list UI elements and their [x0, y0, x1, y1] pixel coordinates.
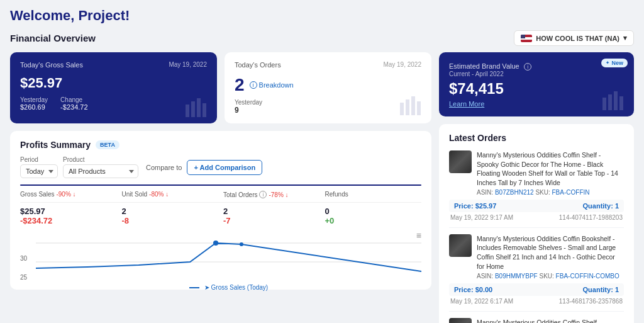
- metric-name-unit: Unit Sold: [122, 191, 148, 198]
- orders-yesterday-value: 9: [235, 106, 421, 115]
- gross-sales-compare: -$234.72: [20, 216, 112, 225]
- order-item: Manny's Mysterious Oddities Coffin Shelf…: [449, 318, 624, 324]
- order-meta: May 19, 2022 6:17 AM 113-4681736-2357868: [449, 298, 624, 305]
- left-panel: Today's Gross Sales May 19, 2022 $25.97 …: [10, 52, 431, 323]
- learn-more-link[interactable]: Learn More: [449, 100, 624, 108]
- orders-label: Today's Orders: [235, 61, 281, 69]
- country-label: HOW COOL IS THAT (NA): [536, 35, 619, 42]
- metric-total-orders: Total Orders i -78% ↓: [218, 191, 320, 198]
- order-id: 113-4681736-2357868: [559, 298, 623, 305]
- new-badge-label: New: [611, 60, 623, 66]
- gross-sales-current: $25.97: [20, 207, 112, 216]
- profits-header: Profits Summary BETA: [20, 140, 421, 150]
- order-qty: Quantity: 1: [583, 286, 619, 293]
- value-total-orders: 2 -7: [218, 207, 320, 225]
- order-date: May 19, 2022 6:17 AM: [450, 298, 513, 305]
- order-description: Manny's Mysterious Oddities Coffin Shelf…: [477, 318, 624, 324]
- profits-title: Profits Summary: [20, 140, 91, 150]
- order-description: Manny's Mysterious Oddities Coffin Shelf…: [477, 150, 624, 188]
- orders-info-icon: i: [259, 191, 267, 198]
- sku-link[interactable]: FBA-COFFIN-COMBO: [556, 273, 619, 280]
- latest-orders-title: Latest Orders: [449, 133, 624, 143]
- value-unit-sold: 2 -8: [117, 207, 219, 225]
- order-thumbnail: [449, 234, 472, 257]
- order-asin: ASIN: B09HMMYBPF SKU: FBA-COFFIN-COMBO: [477, 273, 624, 280]
- change-value: -$234.72: [60, 103, 87, 111]
- breakdown-link[interactable]: i Breakdown: [250, 81, 294, 89]
- order-info: Manny's Mysterious Oddities Coffin Shelf…: [477, 318, 624, 324]
- yesterday-value: $260.69: [20, 103, 45, 111]
- gross-sales-sub: Yesterday $260.69 Change -$234.72: [20, 96, 207, 111]
- cards-row: Today's Gross Sales May 19, 2022 $25.97 …: [10, 52, 431, 123]
- yesterday-label: Yesterday: [20, 96, 48, 103]
- metric-gross-sales: Gross Sales -90% ↓: [20, 191, 117, 198]
- svg-rect-3: [417, 101, 421, 115]
- financial-overview-title: Financial Overview: [10, 33, 96, 43]
- asin-link[interactable]: B07ZBHN212: [495, 189, 534, 196]
- unit-sold-compare: -8: [122, 216, 214, 225]
- orders-card: Today's Orders May 19, 2022 2 i Breakdow…: [225, 52, 431, 123]
- chart-bg-icon: [400, 96, 425, 115]
- order-qty: Quantity: 1: [583, 202, 619, 210]
- order-date: May 19, 2022 9:17 AM: [450, 214, 513, 221]
- order-details: Price: $0.00 Quantity: 1: [449, 283, 624, 296]
- order-description: Manny's Mysterious Oddities Coffin Books…: [477, 234, 624, 271]
- product-select[interactable]: All Products: [63, 164, 138, 178]
- yesterday-item: Yesterday $260.69: [20, 96, 48, 111]
- order-top: Manny's Mysterious Oddities Coffin Shelf…: [449, 318, 624, 324]
- gross-sales-card: Today's Gross Sales May 19, 2022 $25.97 …: [10, 52, 217, 123]
- new-badge: New: [601, 59, 628, 67]
- country-selector[interactable]: HOW COOL IS THAT (NA) ▾: [514, 30, 634, 46]
- gross-sales-value: $25.97: [20, 75, 207, 91]
- brand-value-label: Estimated Brand Value: [449, 62, 519, 70]
- chart-line-icon: [189, 287, 199, 288]
- hamburger-icon[interactable]: ≡: [416, 230, 421, 241]
- order-top: Manny's Mysterious Oddities Coffin Shelf…: [449, 150, 624, 196]
- svg-point-6: [213, 241, 218, 246]
- chart-area: 30 25: [20, 230, 421, 281]
- asin-link[interactable]: B09HMMYBPF: [495, 273, 538, 280]
- order-top: Manny's Mysterious Oddities Coffin Books…: [449, 234, 624, 280]
- metric-change-gross: -90% ↓: [56, 191, 75, 198]
- metric-name-orders: Total Orders: [223, 191, 257, 198]
- latest-orders-panel: Latest Orders Manny's Mysterious Odditie…: [439, 124, 634, 323]
- total-orders-compare: -7: [223, 216, 315, 225]
- filters-row: Period Today Product All Products Compar…: [20, 156, 421, 178]
- order-meta: May 19, 2022 9:17 AM 114-4074117-1988203: [449, 214, 624, 221]
- brand-period: Current - April 2022: [449, 71, 624, 77]
- order-info: Manny's Mysterious Oddities Coffin Shelf…: [477, 150, 624, 196]
- card-header: Today's Gross Sales May 19, 2022: [20, 61, 207, 71]
- chart-legend: ➤ Gross Sales (Today): [36, 284, 421, 291]
- metric-name-refunds: Refunds: [325, 191, 348, 198]
- gross-sales-date: May 19, 2022: [169, 61, 207, 68]
- metrics-row: Gross Sales -90% ↓ Unit Sold -80% ↓ Tota…: [20, 191, 421, 203]
- change-label: Change: [60, 96, 87, 103]
- unit-sold-current: 2: [122, 207, 214, 216]
- period-select[interactable]: Today: [20, 164, 58, 178]
- main-content: Today's Gross Sales May 19, 2022 $25.97 …: [10, 52, 634, 323]
- gross-sales-label: Today's Gross Sales: [20, 61, 83, 69]
- add-comparison-button[interactable]: + Add Comparison: [187, 160, 262, 175]
- chart-svg: [36, 230, 421, 281]
- sku-link[interactable]: FBA-COFFIN: [552, 189, 590, 196]
- refunds-current: 0: [325, 207, 417, 216]
- brand-info-icon: i: [524, 63, 531, 71]
- product-label: Product: [63, 156, 138, 163]
- chart-container: ➤ Gross Sales (Today): [36, 230, 421, 281]
- order-thumbnail: [449, 318, 472, 324]
- page-title: Welcome, Project!: [10, 8, 634, 24]
- info-icon: i: [250, 81, 257, 89]
- metric-change-orders: -78% ↓: [269, 191, 288, 198]
- metric-change-unit: -80% ↓: [149, 191, 169, 198]
- orders-card-header: Today's Orders May 19, 2022: [235, 61, 421, 71]
- metric-unit-sold: Unit Sold -80% ↓: [117, 191, 219, 198]
- beta-badge: BETA: [96, 140, 119, 149]
- flag-icon: [521, 35, 532, 42]
- value-gross-sales: $25.97 -$234.72: [20, 207, 117, 225]
- period-label: Period: [20, 156, 58, 163]
- values-row: $25.97 -$234.72 2 -8 2 -7 0 +0: [20, 207, 421, 225]
- metric-refunds: Refunds: [320, 191, 422, 198]
- brand-value-amount: $74,415: [449, 80, 624, 98]
- order-asin: ASIN: B07ZBHN212 SKU: FBA-COFFIN: [477, 189, 624, 196]
- metric-name-gross: Gross Sales: [20, 191, 54, 198]
